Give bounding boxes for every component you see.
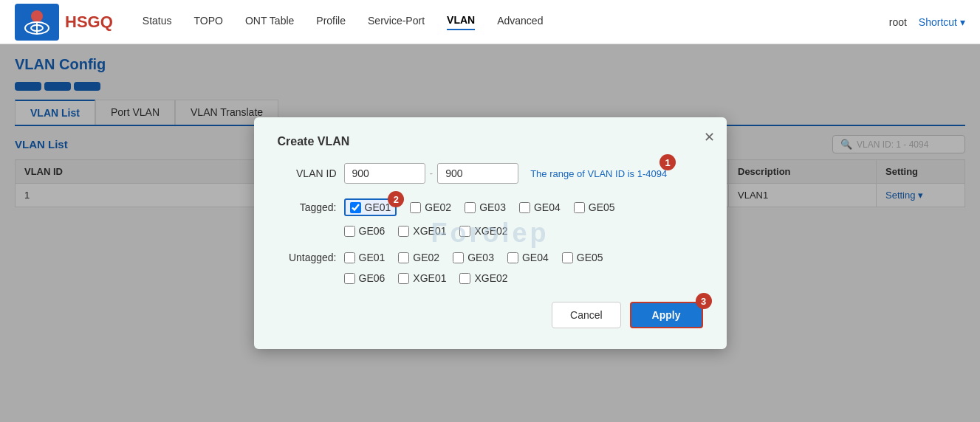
vlan-id-inputs: 1 - The range of VLAN ID is 1-4094 xyxy=(344,163,668,184)
vlan-id-row: VLAN ID 1 - The range of VLAN ID is 1-40… xyxy=(278,163,703,184)
tagged-ge05-label: GE05 xyxy=(589,201,615,213)
tagged-ge04-label: GE04 xyxy=(534,201,561,213)
vlan-id-start-input[interactable] xyxy=(344,163,425,184)
page-content: VLAN Config VLAN List Port VLAN VLAN Tra… xyxy=(0,44,980,422)
tagged-xge01-item: XGE01 xyxy=(398,225,446,237)
untagged-ge02-checkbox[interactable] xyxy=(398,252,409,263)
modal-close-button[interactable]: ✕ xyxy=(704,129,715,145)
nav-user[interactable]: root xyxy=(889,16,907,28)
untagged-ge04-label: GE04 xyxy=(522,252,549,263)
untagged-checkboxes-row2: GE06 XGE01 XGE02 xyxy=(344,272,508,284)
tagged-ge01-checkbox[interactable] xyxy=(350,202,361,213)
apply-button[interactable]: Apply 3 xyxy=(630,302,703,328)
tagged-xge01-checkbox[interactable] xyxy=(398,226,409,237)
annotation-badge-1: 1 xyxy=(659,154,676,170)
logo-area: HSGQ xyxy=(15,4,113,41)
untagged-ge01-label: GE01 xyxy=(359,252,386,263)
tagged-xge02-label: XGE02 xyxy=(474,225,507,237)
untagged-ge04-item: GE04 xyxy=(507,252,549,263)
untagged-ge02-label: GE02 xyxy=(413,252,439,263)
vlan-id-label: VLAN ID xyxy=(278,167,337,179)
untagged-ge03-checkbox[interactable] xyxy=(453,252,464,263)
untagged-xge01-checkbox[interactable] xyxy=(398,273,409,284)
tagged-ge04-item: GE04 xyxy=(519,201,561,213)
nav-ont-table[interactable]: ONT Table xyxy=(245,15,294,30)
nav-service-port[interactable]: Service-Port xyxy=(368,15,425,30)
untagged-ge05-checkbox[interactable] xyxy=(562,252,573,263)
tagged-ge03-checkbox[interactable] xyxy=(465,202,476,213)
cancel-button[interactable]: Cancel xyxy=(552,302,621,328)
tagged-ge06-label: GE06 xyxy=(359,225,386,237)
tagged-label: Tagged: xyxy=(278,201,337,213)
tagged-ge03-item: GE03 xyxy=(465,201,506,213)
tagged-ge01-label: GE01 xyxy=(365,201,391,213)
tagged-checkboxes-row2: GE06 XGE01 XGE02 xyxy=(344,225,508,237)
chevron-down-icon: ▾ xyxy=(960,16,965,28)
tagged-ge02-label: GE02 xyxy=(425,201,451,213)
logo-text: HSGQ xyxy=(65,13,113,32)
tagged-ge02-item: GE02 xyxy=(410,201,451,213)
untagged-ge01-item: GE01 xyxy=(344,252,386,263)
untagged-xge01-item: XGE01 xyxy=(398,272,446,284)
untagged-ge03-label: GE03 xyxy=(467,252,494,263)
range-hint: The range of VLAN ID is 1-4094 xyxy=(530,168,667,179)
annotation-badge-3: 3 xyxy=(696,293,712,309)
nav-topo[interactable]: TOPO xyxy=(194,15,223,30)
tagged-ge06-item: GE06 xyxy=(344,225,386,237)
untagged-ge05-item: GE05 xyxy=(562,252,603,263)
untagged-label: Untagged: xyxy=(278,252,337,263)
create-vlan-modal: Forolep Create VLAN ✕ VLAN ID 1 - The ra… xyxy=(254,117,727,349)
tagged-row: Tagged: 2 GE01 GE02 xyxy=(278,198,703,237)
vlan-id-end-input[interactable] xyxy=(437,163,518,184)
untagged-ge06-checkbox[interactable] xyxy=(344,273,355,284)
tagged-ge04-checkbox[interactable] xyxy=(519,202,530,213)
modal-backdrop: Forolep Create VLAN ✕ VLAN ID 1 - The ra… xyxy=(0,44,980,422)
untagged-ge06-item: GE06 xyxy=(344,272,386,284)
tagged-ge06-checkbox[interactable] xyxy=(344,226,355,237)
tagged-ge05-item: GE05 xyxy=(574,201,615,213)
nav-right: root Shortcut ▾ xyxy=(889,16,965,28)
nav-status[interactable]: Status xyxy=(143,15,172,30)
modal-footer: Cancel Apply 3 xyxy=(278,302,703,328)
logo-icon xyxy=(22,9,52,35)
nav-vlan[interactable]: VLAN xyxy=(447,14,475,30)
untagged-xge01-label: XGE01 xyxy=(413,272,446,284)
logo-box xyxy=(15,4,59,41)
untagged-xge02-checkbox[interactable] xyxy=(459,273,470,284)
separator: - xyxy=(430,167,434,179)
untagged-xge02-item: XGE02 xyxy=(459,272,507,284)
untagged-ge05-label: GE05 xyxy=(577,252,603,263)
nav-advanced[interactable]: Advanced xyxy=(497,15,543,30)
untagged-checkboxes-row1: GE01 GE02 GE03 GE04 xyxy=(344,252,603,263)
tagged-xge01-label: XGE01 xyxy=(413,225,446,237)
nav-links: Status TOPO ONT Table Profile Service-Po… xyxy=(143,14,889,30)
untagged-ge02-item: GE02 xyxy=(398,252,439,263)
modal-title: Create VLAN xyxy=(278,135,703,148)
tagged-ge01-item: 2 GE01 xyxy=(344,198,397,216)
header: HSGQ Status TOPO ONT Table Profile Servi… xyxy=(0,0,980,44)
tagged-ge03-label: GE03 xyxy=(479,201,506,213)
svg-point-0 xyxy=(31,10,43,22)
untagged-row: Untagged: GE01 GE02 GE03 xyxy=(278,252,703,284)
tagged-xge02-checkbox[interactable] xyxy=(459,226,470,237)
tagged-xge02-item: XGE02 xyxy=(459,225,507,237)
annotation-badge-2: 2 xyxy=(388,191,404,207)
untagged-ge01-checkbox[interactable] xyxy=(344,252,355,263)
tagged-checkboxes-row1: 2 GE01 GE02 GE03 xyxy=(344,198,615,216)
tagged-ge05-checkbox[interactable] xyxy=(574,202,585,213)
untagged-ge06-label: GE06 xyxy=(359,272,386,284)
untagged-xge02-label: XGE02 xyxy=(474,272,507,284)
nav-profile[interactable]: Profile xyxy=(316,15,346,30)
untagged-ge04-checkbox[interactable] xyxy=(507,252,518,263)
untagged-ge03-item: GE03 xyxy=(453,252,494,263)
nav-shortcut[interactable]: Shortcut ▾ xyxy=(919,16,965,28)
tagged-ge02-checkbox[interactable] xyxy=(410,202,421,213)
